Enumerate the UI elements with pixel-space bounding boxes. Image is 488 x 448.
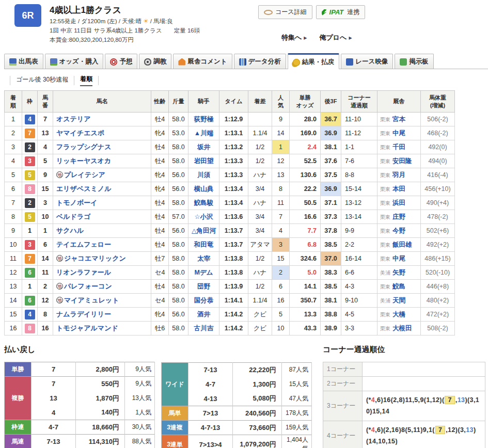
jockey-link[interactable]: 和田竜 — [194, 241, 214, 248]
horse-name-link[interactable]: プレイテシア — [64, 171, 105, 179]
course-detail-button[interactable]: コース詳細 — [258, 5, 312, 19]
separator — [74, 76, 74, 85]
header-link-tokushu[interactable]: 特集へ▶ — [281, 33, 307, 42]
corner-row: 1コーナー — [323, 362, 485, 377]
bet-type-label: 3連複 — [162, 421, 188, 435]
payout-combination: 4-7 — [188, 377, 233, 392]
trainer-link[interactable]: 中尾 — [392, 255, 405, 262]
trainer-link[interactable]: 鮫島 — [392, 283, 405, 290]
jockey-link[interactable]: △角田河 — [192, 227, 216, 234]
tab-data-analysis[interactable]: データ分析 — [234, 54, 286, 69]
jockey-link[interactable]: 古川吉 — [194, 325, 214, 332]
trainer-link[interactable]: 大根田 — [392, 325, 412, 332]
jockey-link[interactable]: ▲川端 — [194, 130, 213, 137]
jockey-link[interactable]: 鮫島駿 — [194, 199, 214, 206]
payout-popularity: 30人気 — [125, 420, 155, 435]
link-label: 俺プロへ — [319, 33, 347, 42]
course-detail-label: コース詳細 — [275, 8, 307, 17]
jockey-link[interactable]: Mデム — [195, 269, 213, 276]
trainer-link[interactable]: 中尾 — [392, 130, 405, 137]
tab-result-payout[interactable]: 結果・払戻 — [288, 53, 340, 69]
payout-popularity: 159人気 — [282, 421, 312, 435]
horse-name-link[interactable]: ナムラデイリリー — [56, 310, 111, 318]
tab-odds[interactable]: オッズ・購入 — [45, 54, 104, 69]
horse-name-link[interactable]: フラップシグナス — [56, 143, 111, 151]
cell-margin: 1/2 — [248, 154, 272, 168]
payout-row: 3連単7>13>41,079,200円1,404人気 — [162, 435, 312, 448]
ipat-link-button[interactable]: IPAT 連携 — [316, 5, 366, 19]
payout-amount: 1,079,200円 — [233, 435, 282, 448]
jockey-link[interactable]: 岩田望 — [194, 157, 214, 165]
trainer-link[interactable]: 浜田 — [392, 199, 405, 206]
cell-jockey: 荻野極 — [188, 113, 219, 126]
trainer-link[interactable]: 今野 — [392, 227, 405, 234]
horse-name-link[interactable]: トモジャアルマンド — [56, 324, 118, 332]
corner-row: 3コーナー(*4,6)16(2,8)11,5,9(1,12)(7,13)(3,1… — [323, 391, 485, 421]
cell-jockey: 岩田望 — [188, 154, 219, 168]
trainer-link[interactable]: 天間 — [392, 297, 405, 304]
cell-sex-age: 牝4 — [151, 168, 169, 182]
subtab-goal-flash[interactable]: ゴール後 30秒速報 — [16, 75, 68, 86]
jockey-link[interactable]: 酒井 — [197, 311, 210, 318]
jockey-link[interactable]: 国分恭 — [194, 297, 214, 304]
cell-last-3f: 38.9 — [321, 322, 341, 335]
subtab-finish-order[interactable]: 着順 — [80, 75, 92, 86]
cell-margin: アタマ — [248, 238, 272, 252]
tab-forecast[interactable]: 予想 — [105, 54, 137, 69]
tab-training[interactable]: 調教 — [139, 54, 171, 69]
jockey-link[interactable]: 太宰 — [197, 255, 210, 262]
tab-board[interactable]: 掲示板 — [395, 54, 434, 69]
trainer-link[interactable]: 飯田雄 — [392, 241, 412, 248]
jockey-link[interactable]: ☆小沢 — [194, 213, 213, 220]
cell-sex-age: 牡4 — [151, 113, 169, 126]
payout-combination: 13 — [32, 391, 76, 406]
jockey-link[interactable]: 川須 — [197, 171, 210, 179]
region-label: 栗東 — [380, 312, 390, 317]
header-link-orepro[interactable]: 俺プロへ▶ — [319, 33, 352, 42]
horse-name-link[interactable]: トモノボーイ — [56, 199, 98, 206]
trainer-link[interactable]: 本田 — [392, 185, 405, 193]
horse-name-link[interactable]: ベルドラゴ — [56, 213, 91, 220]
horse-name-link[interactable]: エリザベスミノル — [56, 185, 111, 193]
cell-frame: 3 — [22, 154, 38, 168]
cell-popularity: 3 — [272, 238, 290, 252]
result-row: 6815エリザベスミノル牝456.0横山典1:13.43/4822.236.91… — [5, 182, 455, 196]
trainer-link[interactable]: 千田 — [392, 143, 405, 151]
trainer-link[interactable]: 庄野 — [392, 213, 405, 220]
frame-badge: 8 — [25, 184, 35, 194]
tab-label: 厩舎コメント — [187, 57, 227, 66]
horse-name-link[interactable]: サクハル — [56, 227, 84, 234]
horse-name-link[interactable]: マイアミュレット — [64, 296, 119, 304]
horse-name-link[interactable]: オステリア — [56, 115, 91, 123]
jockey-link[interactable]: 坂井 — [197, 143, 210, 151]
tab-race-video[interactable]: レース映像 — [341, 54, 393, 69]
column-header: 着 順 — [5, 91, 22, 113]
tab-entries[interactable]: 出馬表 — [4, 54, 43, 69]
trainer-link[interactable]: 大橋 — [392, 311, 405, 318]
cell-stable: 栗東安田隆 — [377, 154, 421, 168]
trainer-link[interactable]: 宮本 — [392, 116, 405, 123]
cell-frame: 7 — [22, 126, 38, 140]
cell-carried-weight: 53.0 — [169, 126, 188, 140]
horse-name-link[interactable]: テイエムフェロー — [56, 241, 111, 248]
cell-sex-age: 牝4 — [151, 308, 169, 322]
jockey-link[interactable]: 横山典 — [194, 185, 214, 193]
column-header: 厩舎 — [377, 91, 421, 113]
cell-margin: 1/2 — [248, 252, 272, 266]
jockey-link[interactable]: 荻野極 — [194, 116, 214, 123]
horse-name-link[interactable]: パレフォーコン — [64, 282, 112, 290]
trainer-link[interactable]: 羽月 — [392, 171, 405, 179]
result-row: 12611リオンラファールセ458.0Mデム1:13.8ハナ25.038.36-… — [5, 266, 455, 280]
frame-badge: 7 — [25, 129, 35, 138]
horse-name-link[interactable]: リッキーヤスオカ — [56, 157, 111, 165]
horse-name-link[interactable]: ヤマイチエスポ — [56, 129, 104, 137]
trainer-link[interactable]: 安田隆 — [392, 157, 412, 165]
trainer-link[interactable]: 矢野 — [392, 269, 405, 276]
regional-horse-mark: 地 — [56, 255, 63, 262]
horse-name-link[interactable]: リオンラファール — [56, 268, 111, 276]
jockey-link[interactable]: 団野 — [197, 283, 210, 290]
payout-row: 3連複4-7-1373,660円159人気 — [162, 421, 312, 435]
horse-name-link[interactable]: ジャコエマリックン — [64, 254, 126, 262]
cell-sex-age: 牡7 — [151, 252, 169, 266]
tab-stable-comment[interactable]: 厩舎コメント — [173, 54, 232, 69]
